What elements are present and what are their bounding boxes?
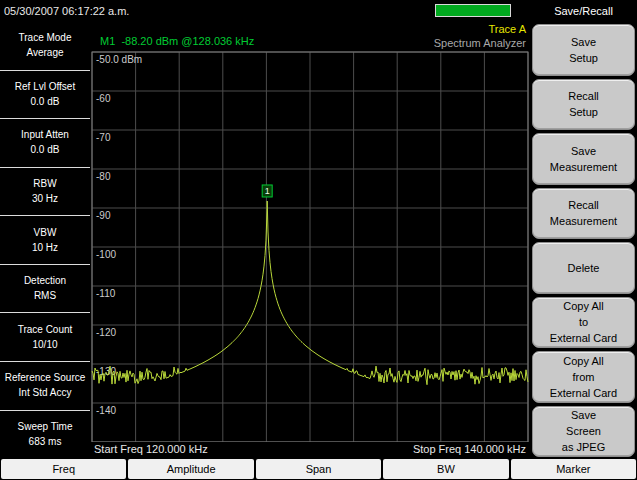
svg-text:-100: -100	[96, 249, 116, 260]
menu-title: Save/Recall	[530, 0, 637, 22]
sidebar-item-trace-mode: Trace Mode Average	[0, 22, 90, 71]
sidebar-item-input-atten: Input Atten 0.0 dB	[0, 119, 90, 168]
amplitude-button[interactable]: Amplitude	[128, 459, 253, 479]
setting-label: RBW	[33, 178, 56, 190]
setting-value: RMS	[34, 290, 56, 302]
sidebar-item-detection: Detection RMS	[0, 265, 90, 314]
recall-setup-button[interactable]: Recall Setup	[532, 79, 635, 131]
sweep-progress-bar	[435, 4, 511, 17]
marker-button[interactable]: Marker	[511, 459, 636, 479]
recall-measurement-button[interactable]: Recall Measurement	[532, 188, 635, 240]
setting-label: Trace Count	[18, 324, 73, 336]
sidebar-item-vbw: VBW 10 Hz	[0, 216, 90, 265]
copy-all-from-external-card-button[interactable]: Copy All from External Card	[532, 351, 635, 403]
top-bar: 05/30/2007 06:17:22 a.m.	[0, 0, 530, 22]
sidebar-item-ref-lvl-offset: Ref Lvl Offset 0.0 dB	[0, 71, 90, 120]
svg-text:-50.0 dBm: -50.0 dBm	[96, 54, 142, 65]
setting-value: 30 Hz	[32, 193, 58, 205]
setting-value: 10/10	[32, 339, 57, 351]
stop-freq-label: Stop Freq 140.000 kHz	[413, 443, 526, 455]
svg-text:-80: -80	[96, 171, 111, 182]
setting-label: Ref Lvl Offset	[15, 81, 75, 93]
settings-sidebar: Trace Mode Average Ref Lvl Offset 0.0 dB…	[0, 22, 90, 458]
setting-label: Reference Source	[5, 372, 86, 384]
delete-button[interactable]: Delete	[532, 242, 635, 294]
plot-area: M1 -88.20 dBm @128.036 kHz Trace A Spect…	[90, 22, 530, 458]
svg-text:-90: -90	[96, 210, 111, 221]
sidebar-item-trace-count: Trace Count 10/10	[0, 313, 90, 362]
menu-button-stack: Save Setup Recall Setup Save Measurement…	[530, 22, 637, 458]
bottom-bar: Freq Amplitude Span BW Marker	[0, 458, 637, 480]
setting-label: VBW	[34, 227, 57, 239]
setting-value: 10 Hz	[32, 242, 58, 254]
datetime-display: 05/30/2007 06:17:22 a.m.	[4, 5, 129, 17]
spectrum-analyzer-app: 05/30/2007 06:17:22 a.m. Trace Mode Aver…	[0, 0, 637, 480]
save-measurement-button[interactable]: Save Measurement	[532, 133, 635, 185]
setting-value: 0.0 dB	[31, 144, 60, 156]
freq-button[interactable]: Freq	[1, 459, 126, 479]
sidebar-item-sweep-time: Sweep Time 683 ms	[0, 411, 90, 459]
svg-text:-70: -70	[96, 132, 111, 143]
setting-value: Average	[26, 47, 63, 59]
trace-label: Trace A	[489, 23, 527, 35]
svg-text:-120: -120	[96, 327, 116, 338]
svg-text:-60: -60	[96, 93, 111, 104]
setting-value: 683 ms	[29, 436, 62, 448]
setting-value: 0.0 dB	[31, 96, 60, 108]
spectrum-graticule: -50.0 dBm-60-70-80-90-100-110-120-130-14…	[90, 50, 530, 442]
copy-all-to-external-card-button[interactable]: Copy All to External Card	[532, 297, 635, 349]
svg-text:1: 1	[265, 186, 270, 196]
setting-label: Trace Mode	[19, 32, 72, 44]
bw-button[interactable]: BW	[383, 459, 508, 479]
setting-value: Int Std Accy	[19, 387, 72, 399]
svg-text:-140: -140	[96, 405, 116, 416]
setting-label: Sweep Time	[17, 421, 72, 433]
span-button[interactable]: Span	[256, 459, 381, 479]
setting-label: Detection	[24, 275, 66, 287]
mode-label: Spectrum Analyzer	[434, 37, 526, 49]
sidebar-item-reference-source: Reference Source Int Std Accy	[0, 362, 90, 411]
right-menu: Save/Recall Save Setup Recall Setup Save…	[530, 0, 637, 458]
svg-text:-110: -110	[96, 288, 116, 299]
setting-label: Input Atten	[21, 129, 69, 141]
marker-readout: M1 -88.20 dBm @128.036 kHz	[100, 35, 254, 47]
save-screen-as-jpeg-button[interactable]: Save Screen as JPEG	[532, 406, 635, 458]
start-freq-label: Start Freq 120.000 kHz	[94, 443, 208, 455]
sidebar-item-rbw: RBW 30 Hz	[0, 168, 90, 217]
save-setup-button[interactable]: Save Setup	[532, 24, 635, 76]
